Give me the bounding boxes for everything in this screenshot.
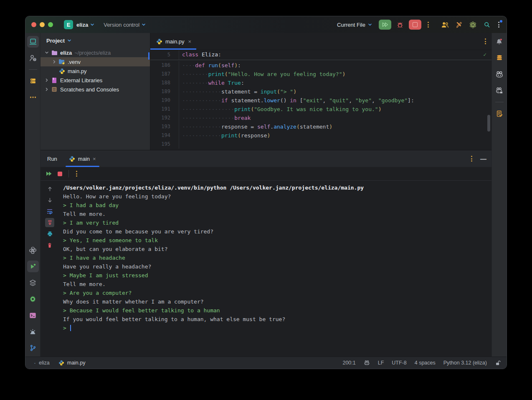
user-help-toolwindow-button[interactable]: ? xyxy=(27,52,39,64)
ai-status-icon[interactable] xyxy=(364,360,370,366)
scroll-down-button[interactable] xyxy=(45,195,54,205)
services-toolwindow-button[interactable] xyxy=(27,293,39,305)
pycharm-window: E eliza Version control Current File xyxy=(25,16,507,369)
minimize-window-button[interactable] xyxy=(40,22,45,27)
code-line-188[interactable]: 188········while True: xyxy=(150,78,491,87)
editor-tabs-bar: main.py × xyxy=(150,33,491,50)
chevron-down-icon[interactable] xyxy=(43,51,51,55)
tree-item-main-py[interactable]: main.py xyxy=(41,66,150,76)
clear-console-button[interactable] xyxy=(45,241,54,250)
tree-item-venv[interactable]: .venv xyxy=(41,57,150,66)
breadcrumb[interactable]: · eliza main.py xyxy=(34,360,86,366)
rerun-icon[interactable] xyxy=(46,171,52,177)
vcs-widget[interactable]: Version control xyxy=(104,22,146,28)
rerun-button[interactable] xyxy=(379,20,391,30)
run-tab-main[interactable]: main × xyxy=(65,150,100,167)
console-input-line: > Are you a computer? xyxy=(63,289,491,297)
chevron-right-icon[interactable] xyxy=(43,87,51,91)
project-selector[interactable]: eliza xyxy=(76,22,94,28)
scratches-icon xyxy=(51,86,58,92)
run-toolbar-more-menu[interactable] xyxy=(75,171,79,177)
project-monitor-icon xyxy=(29,38,37,46)
print-button[interactable] xyxy=(45,229,54,238)
stop-icon[interactable] xyxy=(57,171,63,177)
tree-item-eliza[interactable]: eliza~/projects/eliza xyxy=(41,48,150,57)
editor-tab-main-py[interactable]: main.py × xyxy=(150,33,196,50)
python-icon xyxy=(69,156,75,162)
scroll-up-button[interactable] xyxy=(45,184,54,193)
code-line-187[interactable]: 187········print("Hello. How are you fee… xyxy=(150,70,491,78)
debug-bug-icon[interactable] xyxy=(396,21,404,28)
close-window-button[interactable] xyxy=(31,22,36,27)
code-viewport[interactable]: 186····def run(self):187········print("H… xyxy=(150,60,491,149)
code-line-192[interactable]: 192················break xyxy=(150,114,491,122)
ai-assistant-icon xyxy=(495,71,504,78)
encoding-selector[interactable]: UTF-8 xyxy=(392,360,406,366)
code-line-194[interactable]: 194············print(response) xyxy=(150,131,491,140)
folder-venv-icon xyxy=(58,59,66,65)
search-icon[interactable] xyxy=(483,21,491,28)
tree-item-external-libraries[interactable]: External Libraries xyxy=(41,76,150,85)
soft-wrap-button[interactable] xyxy=(45,207,54,216)
console-input-line: > I am very tired xyxy=(63,218,491,227)
project-panel-header[interactable]: Project xyxy=(41,33,150,48)
project-scrollbar[interactable] xyxy=(148,52,149,60)
python-icon xyxy=(58,68,66,74)
caret-position[interactable]: 200:1 xyxy=(342,360,355,366)
settings-menu[interactable] xyxy=(497,22,501,28)
line-number: 192 xyxy=(150,114,179,122)
line-ending-selector[interactable]: LF xyxy=(378,360,384,366)
run-console[interactable]: /Users/volker.janz/projects/eliza/.venv/… xyxy=(59,181,491,357)
scroll-to-end-button[interactable] xyxy=(45,218,54,227)
inspections-ok-icon[interactable]: ✓ xyxy=(483,50,486,60)
database-icon xyxy=(496,54,503,62)
database-toolwindow-button[interactable] xyxy=(494,52,505,64)
bookmarks-toolwindow-button[interactable] xyxy=(27,75,39,87)
ai-chat-button[interactable] xyxy=(494,85,505,96)
notifications-button[interactable] xyxy=(494,36,505,48)
code-line-190[interactable]: 190············if statement.lower() in [… xyxy=(150,96,491,105)
unlock-icon[interactable] xyxy=(495,360,501,366)
run-toolwindow-button[interactable] xyxy=(27,261,39,272)
close-run-tab-icon[interactable]: × xyxy=(93,156,96,162)
editor-scrollbar[interactable] xyxy=(487,115,490,132)
tree-item-scratches-and-consoles[interactable]: Scratches and Consoles xyxy=(41,85,150,94)
stop-button[interactable] xyxy=(409,20,421,30)
structure-toolwindow-button[interactable] xyxy=(27,277,39,289)
console-input-line: > xyxy=(63,324,491,332)
chevron-right-icon[interactable] xyxy=(43,78,51,82)
code-line-193[interactable]: 193············response = self.analyze(s… xyxy=(150,122,491,131)
python-console-button[interactable] xyxy=(27,244,39,256)
scroll-to-end-icon xyxy=(47,220,53,226)
console-caret[interactable] xyxy=(70,325,71,331)
soft-wrap-icon xyxy=(46,208,53,215)
code-line-191[interactable]: 191················print("Goodbye. It wa… xyxy=(150,105,491,114)
terminal-toolwindow-button[interactable] xyxy=(27,309,39,321)
more-run-options-menu[interactable] xyxy=(426,22,430,28)
indent-selector[interactable]: 4 spaces xyxy=(415,360,436,366)
problems-toolwindow-button[interactable] xyxy=(27,326,39,337)
plugins-atom-icon[interactable] xyxy=(469,21,477,29)
users-icon[interactable] xyxy=(441,21,449,28)
code-line-186[interactable]: 186····def run(self): xyxy=(150,61,491,70)
code-line-195[interactable]: 195 xyxy=(150,140,491,149)
run-panel-options-menu[interactable] xyxy=(470,156,474,162)
zoom-window-button[interactable] xyxy=(48,22,53,27)
more-toolwindows-button[interactable] xyxy=(27,91,39,103)
code-line-189[interactable]: 189············statement = input("> ") xyxy=(150,87,491,96)
tools-icon[interactable] xyxy=(455,21,463,28)
close-tab-icon[interactable]: × xyxy=(188,38,192,45)
run-configuration-selector[interactable]: Current File xyxy=(337,22,372,28)
sticky-line[interactable]: 5class Eliza: ✓ xyxy=(150,50,491,60)
hide-run-panel-button[interactable]: — xyxy=(480,155,486,162)
line-number: 190 xyxy=(150,96,179,105)
chevron-right-icon[interactable] xyxy=(51,60,58,64)
ai-assistant-button[interactable] xyxy=(494,68,505,80)
interpreter-selector[interactable]: Python 3.12 (eliza) xyxy=(443,360,487,366)
project-toolwindow-button[interactable] xyxy=(27,36,39,48)
app-logo: E xyxy=(64,20,73,29)
todo-toolwindow-button[interactable] xyxy=(494,108,505,119)
editor-options-menu[interactable] xyxy=(484,38,487,44)
chevron-right-icon xyxy=(53,361,56,365)
vcs-toolwindow-button[interactable] xyxy=(27,342,39,354)
